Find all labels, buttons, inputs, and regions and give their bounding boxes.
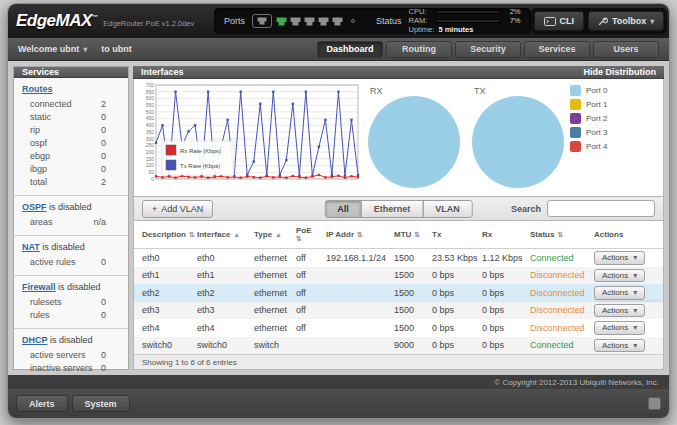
legend-label: Port 2 (586, 114, 607, 123)
cell-interface: switch0 (197, 337, 254, 355)
column-header-ip[interactable]: IP Addr⇅ (326, 221, 394, 248)
column-header-interface[interactable]: Interface▲ (197, 221, 254, 248)
sidebar-stat-row: connected2 (14, 97, 128, 110)
svg-text:500: 500 (146, 109, 155, 115)
stat-value: 0 (101, 310, 106, 320)
cell-mtu: 1500 (394, 319, 432, 337)
column-header-type[interactable]: Type▲ (254, 221, 296, 248)
legend-label: Port 0 (586, 86, 607, 95)
welcome-label: Welcome ubnt (18, 44, 79, 54)
cell-description: eth0 (142, 249, 197, 267)
sidebar-link-ospf[interactable]: OSPF (22, 202, 47, 212)
sort-asc-icon[interactable]: ▲ (233, 231, 240, 238)
header-controls: CLI Toolbox ▾ (531, 8, 668, 34)
cell-description: eth3 (142, 302, 197, 320)
tab-dashboard[interactable]: Dashboard (317, 41, 383, 58)
legend-label: Port 1 (586, 100, 607, 109)
sidebar-stat-row: ebgp0 (14, 149, 128, 162)
sort-both-icon[interactable]: ⇅ (296, 235, 302, 243)
cell-rx: 0 bps (482, 337, 530, 355)
entries-count-label: Showing 1 to 6 of 6 entries (142, 358, 237, 367)
stat-label: rip (30, 125, 40, 135)
column-header-status[interactable]: Status⇅ (530, 221, 594, 248)
hide-distribution-link[interactable]: Hide Distribution (584, 67, 657, 77)
cell-status: Connected (530, 249, 594, 267)
user-menu[interactable]: Welcome ubnt ▾ (18, 44, 87, 54)
legend-label: Port 4 (586, 142, 607, 151)
alerts-tab[interactable]: Alerts (16, 395, 68, 412)
actions-button[interactable]: Actions▾ (594, 269, 645, 283)
cell-actions: Actions▾ (594, 319, 663, 337)
legend-swatch (570, 141, 581, 152)
console-port-icon (252, 14, 272, 28)
port-0-status-icon (276, 17, 287, 26)
interfaces-header: Interfaces Hide Distribution (133, 66, 664, 79)
brand: EdgeMAX™ EdgeRouter PoE v1.2.0dev (16, 11, 214, 31)
column-header-mtu[interactable]: MTU⇅ (394, 221, 432, 248)
column-label: PoE (296, 226, 312, 235)
port-1-status-icon (290, 17, 301, 26)
sort-both-icon[interactable]: ⇅ (357, 231, 363, 239)
cli-button[interactable]: CLI (534, 11, 585, 31)
add-vlan-button[interactable]: + Add VLAN (142, 200, 213, 218)
tab-routing[interactable]: Routing (386, 41, 452, 58)
actions-button[interactable]: Actions▾ (594, 251, 645, 265)
wrench-icon (598, 16, 608, 26)
sidebar-stat-row: rules0 (14, 308, 128, 321)
filter-all[interactable]: All (324, 200, 362, 218)
tab-services[interactable]: Services (524, 41, 590, 58)
actions-button[interactable]: Actions▾ (594, 339, 645, 353)
cell-ip (326, 302, 394, 320)
tab-users[interactable]: Users (593, 41, 659, 58)
system-tab[interactable]: System (72, 395, 130, 412)
sort-both-icon[interactable]: ⇅ (557, 231, 563, 239)
cpu-label: CPU: (409, 8, 431, 16)
svg-text:0: 0 (151, 176, 154, 182)
ram-label: RAM: (409, 17, 431, 25)
sort-both-icon[interactable]: ⇅ (414, 231, 420, 239)
cell-type: ethernet (254, 302, 296, 320)
cell-description: eth1 (142, 267, 197, 285)
filter-ethernet[interactable]: Ethernet (361, 200, 424, 218)
sidebar-link-routes[interactable]: Routes (22, 84, 53, 94)
uptime-value: 5 minutes (438, 26, 473, 34)
stat-value: 0 (101, 297, 106, 307)
sidebar-section-title: DHCP is disabled (14, 335, 128, 348)
add-vlan-label: Add VLAN (161, 204, 203, 214)
sidebar-section-nat: NAT is disabledactive rules0 (14, 236, 128, 276)
stat-value: 2 (101, 177, 106, 187)
svg-text:550: 550 (146, 102, 155, 108)
column-header-poe[interactable]: PoE⇅ (296, 221, 326, 248)
main-tabs: DashboardRoutingSecurityServicesUsers (317, 41, 659, 58)
svg-text:650: 650 (146, 88, 155, 94)
sidebar-link-nat[interactable]: NAT (22, 242, 40, 252)
actions-button[interactable]: Actions▾ (594, 304, 645, 318)
cell-type: switch (254, 337, 296, 355)
edgemax-logo: EdgeMAX™ (16, 11, 97, 31)
cell-ip (326, 319, 394, 337)
actions-button[interactable]: Actions▾ (594, 286, 645, 300)
search-input[interactable] (547, 200, 655, 217)
toolbox-button[interactable]: Toolbox ▾ (588, 11, 664, 31)
system-meters: CPU: 2% RAM: 7% Uptime: 5 minutes (409, 8, 521, 34)
filter-vlan[interactable]: VLAN (422, 200, 473, 218)
cell-poe: off (296, 319, 326, 337)
column-label: Interface (197, 230, 230, 239)
actions-button-label: Actions (602, 341, 628, 350)
actions-button[interactable]: Actions▾ (594, 321, 645, 335)
sidebar-sections: Routesconnected2static0rip0ospf0ebgp0ibg… (14, 78, 128, 382)
column-header-rx: Rx (482, 221, 530, 248)
rx-pie-block: RX (362, 86, 466, 188)
cell-tx: 0 bps (432, 302, 482, 320)
statusbar-toggle-button[interactable] (648, 397, 661, 410)
column-header-description[interactable]: Description⇅ (142, 221, 197, 248)
port-legend: Port 0Port 1Port 2Port 3Port 4 (570, 85, 636, 152)
sidebar-link-dhcp[interactable]: DHCP (22, 335, 48, 345)
tab-security[interactable]: Security (455, 41, 521, 58)
sort-both-icon[interactable]: ⇅ (189, 231, 195, 239)
sidebar-link-firewall[interactable]: Firewall (22, 282, 56, 292)
tx-pie-block: TX (466, 86, 570, 188)
sort-asc-icon[interactable]: ▲ (275, 231, 282, 238)
cell-interface: eth1 (197, 267, 254, 285)
interfaces-title: Interfaces (141, 67, 184, 77)
